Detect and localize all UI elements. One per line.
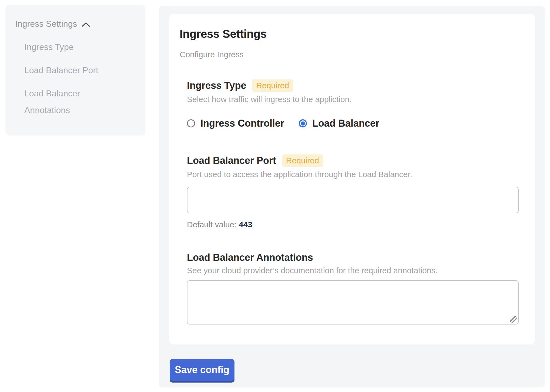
load-balancer-annotations-textarea[interactable] [187,280,519,325]
field-description: See your cloud provider’s documentation … [187,266,519,275]
settings-panel: Ingress Settings Configure Ingress Ingre… [159,6,545,387]
section-load-balancer-annotations: Load Balancer Annotations See your cloud… [187,252,519,325]
page-subtitle: Configure Ingress [180,50,519,59]
section-label-row: Ingress Type Required [187,79,519,92]
field-label-load-balancer-annotations: Load Balancer Annotations [187,252,313,263]
field-label-load-balancer-port: Load Balancer Port [187,155,276,166]
default-value-row: Default value: 443 [187,220,519,229]
section-label-row: Load Balancer Port Required [187,154,519,167]
field-description: Select how traffic will ingress to the a… [187,95,519,104]
chevron-up-icon[interactable] [81,22,90,27]
field-label-ingress-type: Ingress Type [187,80,246,91]
required-badge: Required [252,79,293,92]
radio-ingress-controller[interactable] [187,119,195,127]
sidebar-item-load-balancer-annotations[interactable]: Load Balancer Annotations [24,85,119,119]
sidebar-section-ingress-settings[interactable]: Ingress Settings [15,19,138,29]
radio-load-balancer[interactable] [299,119,307,127]
form-sections: Ingress Type Required Select how traffic… [187,79,519,325]
radio-selected-dot [301,121,305,126]
sidebar-item-ingress-type[interactable]: Ingress Type [24,39,119,55]
config-nav-sidebar: Ingress Settings Ingress Type Load Balan… [5,5,145,136]
save-config-button[interactable]: Save config [170,359,234,381]
annotations-textarea-wrap [187,280,519,325]
sidebar-item-load-balancer-port[interactable]: Load Balancer Port [24,62,119,79]
load-balancer-port-input[interactable] [187,187,519,213]
section-ingress-type: Ingress Type Required Select how traffic… [187,79,519,129]
radio-option-load-balancer[interactable]: Load Balancer [299,118,379,129]
sidebar-section-title: Ingress Settings [15,19,77,29]
default-value-label: Default value: [187,220,236,229]
radio-label-load-balancer: Load Balancer [312,118,379,129]
field-description: Port used to access the application thro… [187,170,519,179]
section-label-row: Load Balancer Annotations [187,252,519,263]
sidebar-item-list: Ingress Type Load Balancer Port Load Bal… [24,39,119,119]
ingress-settings-card: Ingress Settings Configure Ingress Ingre… [169,14,535,344]
page-title: Ingress Settings [180,28,519,40]
required-badge: Required [282,154,323,167]
radio-option-ingress-controller[interactable]: Ingress Controller [187,118,284,129]
default-value: 443 [239,220,252,229]
radio-label-ingress-controller: Ingress Controller [200,118,284,129]
ingress-type-radio-group: Ingress Controller Load Balancer [187,118,519,129]
section-load-balancer-port: Load Balancer Port Required Port used to… [187,154,519,229]
